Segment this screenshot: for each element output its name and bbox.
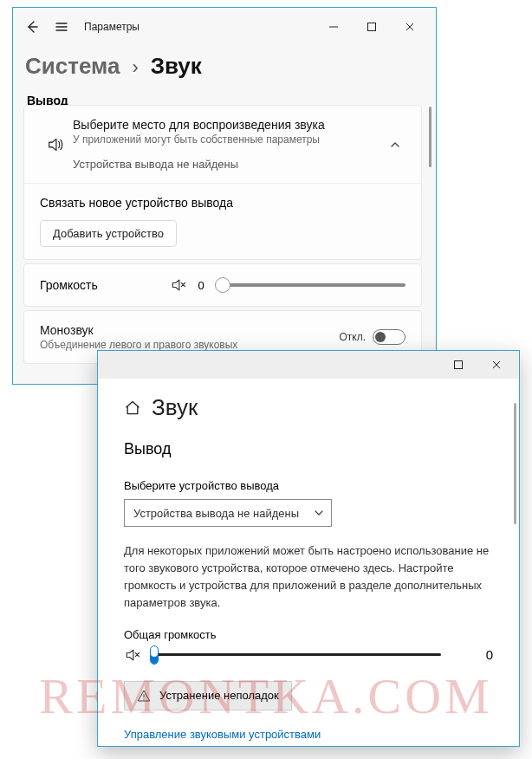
settings-window-win10: Звук Вывод Выберите устройство вывода Ус… — [97, 350, 520, 747]
master-volume-label: Общая громкость — [98, 613, 519, 646]
select-value: Устройства вывода не найдены — [133, 507, 299, 520]
titlebar — [98, 351, 519, 379]
chevron-up-icon[interactable] — [385, 139, 405, 151]
add-device-button[interactable]: Добавить устройство — [40, 220, 177, 247]
troubleshoot-label: Устранение неполадок — [159, 689, 279, 702]
svg-rect-1 — [455, 361, 463, 369]
info-paragraph: Для некоторых приложений может быть наст… — [98, 527, 519, 613]
mute-icon[interactable] — [170, 276, 192, 294]
link-new-device: Связать новое устройство вывода — [40, 196, 405, 210]
page-title: Звук — [152, 394, 198, 421]
close-button[interactable] — [391, 14, 429, 40]
output-device-row[interactable]: Выберите место для воспроизведения звука… — [24, 106, 421, 184]
toggle-knob — [375, 332, 386, 342]
scrollbar-thumb[interactable] — [514, 403, 516, 524]
volume-slider-thumb[interactable] — [215, 277, 230, 293]
settings-window-win11: Параметры Система › Звук Вывод Выберите … — [12, 7, 437, 385]
speaker-icon — [40, 135, 71, 154]
volume-label: Громкость — [40, 278, 170, 292]
master-volume-slider[interactable] — [150, 653, 441, 656]
breadcrumb-parent[interactable]: Система — [25, 53, 120, 80]
output-heading: Выберите место для воспроизведения звука — [73, 118, 385, 132]
home-icon[interactable] — [124, 399, 141, 417]
scrollbar-thumb[interactable] — [429, 107, 431, 167]
output-subtext: У приложений могут быть собственные пара… — [73, 133, 385, 146]
titlebar: Параметры — [13, 8, 436, 46]
volume-card: Громкость 0 — [23, 263, 422, 307]
volume-value: 0 — [192, 279, 210, 292]
chevron-right-icon: › — [132, 56, 138, 79]
master-volume-value: 0 — [450, 647, 493, 662]
chevron-down-icon — [314, 508, 324, 518]
hamburger-icon[interactable] — [55, 20, 68, 34]
breadcrumb: Система › Звук — [13, 46, 436, 92]
troubleshoot-button[interactable]: Устранение неполадок — [124, 681, 292, 710]
select-label: Выберите устройство вывода — [98, 464, 519, 499]
breadcrumb-current: Звук — [151, 53, 202, 80]
close-button[interactable] — [477, 353, 516, 377]
warning-icon — [137, 689, 151, 703]
maximize-button[interactable] — [439, 353, 477, 377]
volume-slider[interactable] — [215, 283, 405, 287]
minimize-button[interactable] — [315, 14, 353, 40]
mono-sub: Объединение левого и правого звуковых — [40, 339, 339, 351]
back-icon[interactable] — [25, 20, 39, 34]
window-title: Параметры — [84, 21, 139, 33]
mono-label: Монозвук — [40, 323, 339, 337]
mono-toggle[interactable] — [373, 329, 405, 345]
output-device-card: Выберите место для воспроизведения звука… — [23, 105, 422, 260]
maximize-button[interactable] — [353, 14, 391, 40]
master-slider-thumb[interactable] — [150, 645, 159, 665]
svg-rect-0 — [368, 23, 376, 31]
mono-state: Откл. — [339, 331, 366, 343]
section-heading: Вывод — [98, 430, 519, 464]
mute-icon[interactable] — [124, 646, 141, 664]
output-notfound: Устройства вывода не найдены — [73, 158, 385, 171]
manage-devices-link[interactable]: Управление звуковыми устройствами — [98, 710, 519, 741]
output-device-select[interactable]: Устройства вывода не найдены — [124, 499, 332, 527]
